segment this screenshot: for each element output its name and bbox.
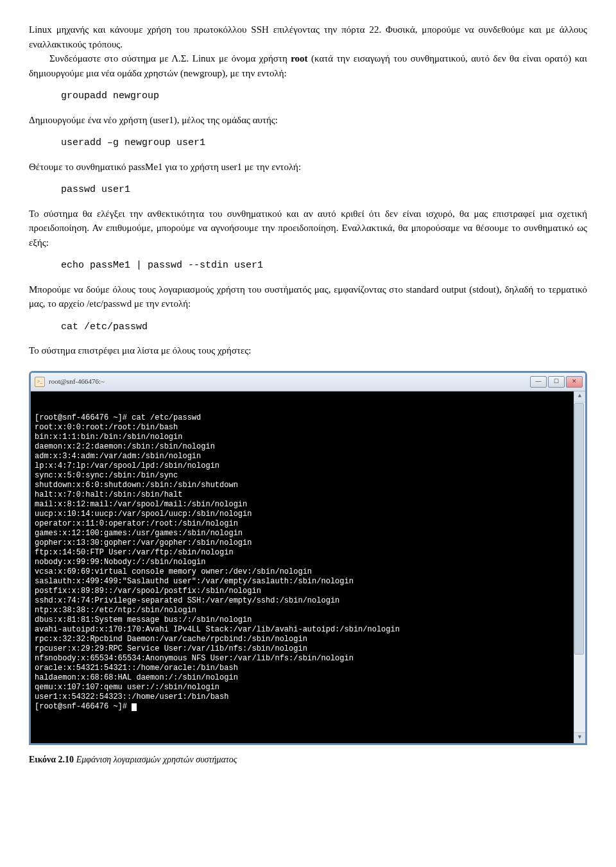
command-cat-passwd: cat /etc/passwd bbox=[61, 320, 587, 335]
minimize-button[interactable]: — bbox=[530, 376, 547, 388]
command-useradd: useradd –g newgroup user1 bbox=[61, 136, 587, 151]
paragraph-2: Δημιουργούμε ένα νέο χρήστη (user1), μέλ… bbox=[29, 113, 587, 128]
terminal-body[interactable]: [root@snf-466476 ~]# cat /etc/passwd roo… bbox=[31, 391, 585, 743]
para1b-pre: Συνδεόμαστε στο σύστημα με Λ.Σ. Linux με… bbox=[49, 53, 291, 64]
command-groupadd: groupadd newgroup bbox=[61, 89, 587, 104]
close-button[interactable]: ✕ bbox=[566, 376, 583, 388]
terminal-window: >_ root@snf-466476:~ — ☐ ✕ [root@snf-466… bbox=[29, 371, 587, 745]
titlebar-left: >_ root@snf-466476:~ bbox=[35, 376, 105, 387]
terminal-output: [root@snf-466476 ~]# cat /etc/passwd roo… bbox=[35, 413, 570, 712]
scroll-down-arrow-icon[interactable]: ▼ bbox=[574, 732, 585, 743]
paragraph-3: Θέτουμε το συνθηματικό passMe1 για το χρ… bbox=[29, 160, 587, 175]
command-echo-passwd: echo passMe1 | passwd --stdin user1 bbox=[61, 259, 587, 273]
scroll-up-arrow-icon[interactable]: ▲ bbox=[574, 391, 585, 402]
root-bold: root bbox=[291, 53, 307, 64]
window-titlebar: >_ root@snf-466476:~ — ☐ ✕ bbox=[31, 373, 585, 391]
scroll-thumb[interactable] bbox=[574, 403, 584, 655]
window-title: root@snf-466476:~ bbox=[49, 376, 105, 387]
paragraph-1b: Συνδεόμαστε στο σύστημα με Λ.Σ. Linux με… bbox=[29, 51, 587, 80]
terminal-icon: >_ bbox=[35, 377, 45, 387]
paragraph-1a: Linux μηχανής και κάνουμε χρήση του πρωτ… bbox=[29, 22, 587, 51]
figure-caption: Εικόνα 2.10 Εμφάνιση λογαριασμών χρηστών… bbox=[29, 753, 587, 766]
figure-number: Εικόνα 2.10 bbox=[29, 755, 74, 764]
paragraph-5: Μπορούμε να δούμε όλους τους λογαριασμού… bbox=[29, 282, 587, 311]
paragraph-4: Το σύστημα θα ελέγξει την ανθεκτικότητα … bbox=[29, 207, 587, 250]
vertical-scrollbar[interactable]: ▲ ▼ bbox=[574, 391, 585, 743]
figure-text: Εμφάνιση λογαριασμών χρηστών συστήματος bbox=[74, 755, 237, 764]
window-buttons: — ☐ ✕ bbox=[530, 376, 583, 388]
command-passwd: passwd user1 bbox=[61, 183, 587, 198]
maximize-button[interactable]: ☐ bbox=[548, 376, 565, 388]
paragraph-6: Το σύστημα επιστρέφει μια λίστα με όλους… bbox=[29, 343, 587, 358]
